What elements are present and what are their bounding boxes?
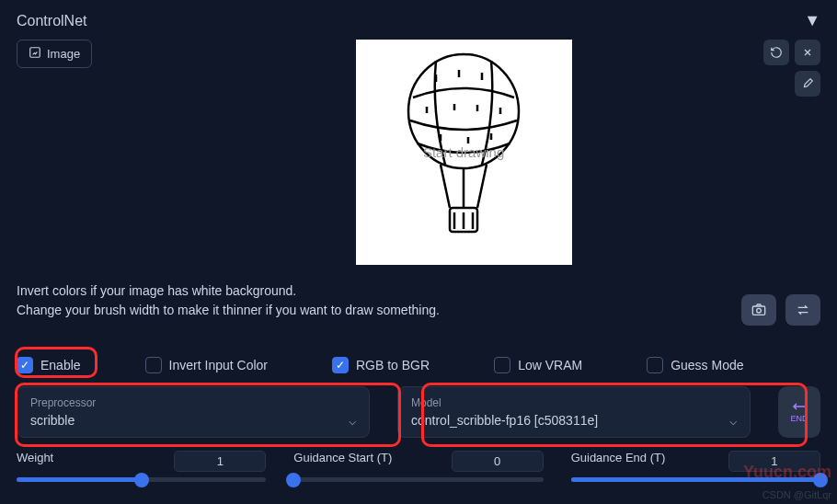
gstart-label: Guidance Start (T)	[293, 451, 392, 472]
checkbox-icon	[145, 357, 162, 373]
brand-watermark: Yuucn.com	[743, 463, 831, 482]
gstart-value[interactable]: 0	[452, 451, 544, 472]
close-button[interactable]	[795, 40, 820, 65]
model-dropdown[interactable]: Model control_scribble-fp16 [c508311e] ⌵	[397, 386, 751, 438]
preprocessor-value: scribble	[30, 413, 75, 428]
brush-icon	[801, 77, 814, 90]
gstart-slider[interactable]	[293, 477, 543, 482]
brush-button[interactable]	[795, 71, 820, 97]
svg-rect-16	[752, 306, 764, 315]
undo-icon	[770, 46, 783, 59]
gend-label: Guidance End (T)	[571, 451, 666, 472]
collapse-icon[interactable]: ▼	[804, 11, 820, 30]
canvas-placeholder-text: Start drawing	[423, 144, 504, 160]
preprocessor-dropdown[interactable]: Preprocessor scribble ⌵	[17, 386, 370, 438]
checkbox-icon: ✓	[17, 357, 33, 373]
weight-label: Weight	[17, 451, 53, 472]
swap-icon	[795, 303, 811, 317]
svg-point-17	[757, 308, 762, 313]
enable-checkbox[interactable]: ✓ Enable	[17, 357, 81, 373]
preprocessor-label: Preprocessor	[30, 396, 356, 409]
undo-button[interactable]	[763, 40, 789, 65]
rgb2bgr-checkbox[interactable]: ✓ RGB to BGR	[332, 357, 430, 373]
model-label: Model	[411, 396, 737, 409]
image-tab-button[interactable]: Image	[17, 40, 92, 68]
checkbox-icon: ✓	[332, 357, 349, 373]
run-button[interactable]: END	[778, 386, 820, 438]
camera-button[interactable]	[741, 294, 776, 326]
svg-rect-0	[30, 48, 40, 58]
csdn-watermark: CSDN @GitLqr	[762, 489, 831, 500]
chevron-down-icon: ⌵	[349, 413, 356, 428]
panel-title: ControlNet	[17, 13, 86, 29]
guess-label: Guess Mode	[671, 358, 743, 372]
guess-checkbox[interactable]: Guess Mode	[647, 357, 743, 373]
lowvram-checkbox[interactable]: Low VRAM	[494, 357, 582, 373]
image-tab-label: Image	[47, 47, 80, 61]
weight-value[interactable]: 1	[174, 451, 266, 472]
rgb2bgr-label: RGB to BGR	[356, 358, 430, 372]
model-value: control_scribble-fp16 [c508311e]	[411, 413, 598, 428]
invert-label: Invert Input Color	[169, 358, 268, 372]
pencil-box-icon	[29, 46, 41, 62]
drawing-canvas[interactable]: Start drawing	[356, 40, 572, 265]
checkbox-icon	[494, 357, 510, 373]
camera-icon	[751, 303, 767, 317]
swap-button[interactable]	[785, 294, 820, 326]
close-icon	[802, 47, 813, 58]
checkbox-icon	[647, 357, 663, 373]
arrow-left-icon	[791, 401, 808, 412]
chevron-down-icon: ⌵	[729, 413, 737, 428]
invert-checkbox[interactable]: Invert Input Color	[145, 357, 268, 373]
hint-text: Invert colors if your image has white ba…	[17, 281, 820, 320]
lowvram-label: Low VRAM	[518, 358, 582, 372]
enable-label: Enable	[40, 358, 81, 372]
weight-slider[interactable]	[17, 477, 266, 482]
